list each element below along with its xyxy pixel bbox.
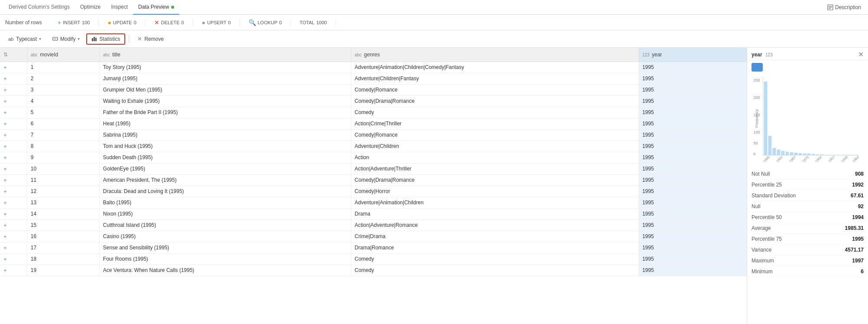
row-add-btn[interactable]: +	[0, 242, 27, 253]
typecast-chevron: ▾	[39, 36, 41, 41]
toolbar: abc Typecast ▾ Modify ▾ Statistics ✕ Rem…	[0, 30, 868, 48]
cell-title: Waiting to Exhale (1995)	[99, 95, 351, 107]
cell-title: Sense and Sensibility (1995)	[99, 242, 351, 253]
svg-text:1992: 1992	[775, 155, 784, 162]
delete-stat: ✕ DELETE 0	[146, 19, 193, 26]
nav-inspect[interactable]: Inspect	[106, 0, 133, 15]
cell-genres: Adventure|Animation|Children|Comedy|Fant…	[351, 62, 638, 73]
cell-year: 1995	[638, 163, 746, 174]
data-table: ⇅ abc movieId abc title abc genres	[0, 48, 747, 276]
svg-text:0: 0	[754, 152, 756, 156]
stats-metric-label: Maximum	[751, 258, 774, 264]
modify-icon	[52, 36, 58, 42]
row-add-btn[interactable]: +	[0, 118, 27, 129]
col-header-movieid[interactable]: abc movieId	[27, 48, 99, 62]
row-add-btn[interactable]: +	[0, 84, 27, 95]
row-add-btn[interactable]: +	[0, 95, 27, 107]
table-area: ⇅ abc movieId abc title abc genres	[0, 48, 747, 324]
cell-year: 1995	[638, 186, 746, 197]
cell-movieid: 11	[27, 174, 99, 186]
typecast-button[interactable]: abc Typecast ▾	[3, 34, 46, 44]
row-add-btn[interactable]: +	[0, 186, 27, 197]
svg-rect-37	[829, 155, 832, 155]
update-dot: ●	[107, 19, 111, 26]
cell-year: 1995	[638, 253, 746, 265]
stats-metric-row: Percentile 25 1992	[751, 180, 864, 190]
cell-movieid: 10	[27, 163, 99, 174]
cell-title: Nixon (1995)	[99, 208, 351, 219]
svg-rect-27	[786, 152, 789, 155]
cell-year: 1995	[638, 152, 746, 163]
cell-title: Dracula: Dead and Loving It (1995)	[99, 186, 351, 197]
row-add-btn[interactable]: +	[0, 231, 27, 242]
stats-metric-value: 1994	[852, 214, 864, 220]
description-button[interactable]: Description	[824, 4, 865, 10]
cell-title: Ace Ventura: When Nature Calls (1995)	[99, 265, 351, 276]
upsert-dot: ●	[202, 19, 205, 26]
col-header-sort[interactable]: ⇅	[0, 48, 27, 62]
stats-metric-label: Percentile 75	[751, 236, 782, 242]
table-scroll[interactable]: ⇅ abc movieId abc title abc genres	[0, 48, 747, 324]
stats-metric-value: 1997	[852, 258, 864, 264]
nav-optimize[interactable]: Optimize	[75, 0, 106, 15]
svg-rect-11	[756, 65, 758, 69]
col-header-title[interactable]: abc title	[99, 48, 351, 62]
cell-movieid: 17	[27, 242, 99, 253]
modify-button[interactable]: Modify ▾	[48, 34, 84, 44]
svg-rect-38	[833, 155, 837, 155]
row-add-btn[interactable]: +	[0, 219, 27, 231]
row-add-btn[interactable]: +	[0, 152, 27, 163]
svg-rect-12	[758, 65, 759, 69]
cell-year: 1995	[638, 208, 746, 219]
svg-rect-22	[764, 82, 768, 155]
row-add-btn[interactable]: +	[0, 208, 27, 219]
cell-genres: Drama	[351, 208, 638, 219]
cell-year: 1995	[638, 107, 746, 118]
table-row: + 19 Ace Ventura: When Nature Calls (199…	[0, 265, 747, 276]
cell-title: Heat (1995)	[99, 118, 351, 129]
stats-metric-value: 1992	[852, 182, 864, 188]
svg-rect-8	[94, 37, 95, 41]
remove-button[interactable]: ✕ Remove	[133, 33, 168, 44]
col-header-year[interactable]: 123 year	[638, 48, 746, 62]
nav-data-preview[interactable]: Data Preview	[133, 0, 179, 15]
svg-text:1957: 1957	[827, 155, 836, 162]
cell-genres: Action|Crime|Thriller	[351, 118, 638, 129]
stats-bar: Number of rows + INSERT 100 ● UPDATE 0 ✕…	[0, 15, 868, 30]
genres-type-badge: abc	[355, 52, 362, 57]
col-header-genres[interactable]: abc genres	[351, 48, 638, 62]
active-dot	[171, 6, 174, 9]
stats-close-button[interactable]: ✕	[858, 51, 864, 58]
stats-metric-value: 67.61	[851, 193, 864, 199]
table-row: + 4 Waiting to Exhale (1995) Comedy|Dram…	[0, 95, 747, 107]
cell-year: 1995	[638, 129, 746, 141]
nav-derived-column[interactable]: Derived Column's Settings	[3, 0, 75, 15]
table-row: + 15 Cutthroat Island (1995) Action|Adve…	[0, 219, 747, 231]
stats-metric-row: Null 92	[751, 201, 864, 212]
statistics-chart: 250 200 150 100 50 0 Frequency	[751, 75, 864, 162]
rows-label: Number of rows	[5, 20, 49, 26]
cell-title: Toy Story (1995)	[99, 62, 351, 73]
cell-year: 1995	[638, 197, 746, 208]
row-add-btn[interactable]: +	[0, 174, 27, 186]
cell-title: Sabrina (1995)	[99, 129, 351, 141]
statistics-button[interactable]: Statistics	[86, 33, 125, 45]
row-add-btn[interactable]: +	[0, 141, 27, 152]
row-add-btn[interactable]: +	[0, 73, 27, 84]
chart-tab-bar[interactable]	[751, 63, 763, 72]
stats-metric-value: 92	[858, 203, 864, 209]
cell-title: Four Rooms (1995)	[99, 253, 351, 265]
row-add-btn[interactable]: +	[0, 197, 27, 208]
stats-col-info: year 123	[751, 52, 773, 58]
row-add-btn[interactable]: +	[0, 265, 27, 276]
cell-title: Grumpier Old Men (1995)	[99, 84, 351, 95]
row-add-btn[interactable]: +	[0, 253, 27, 265]
row-add-btn[interactable]: +	[0, 107, 27, 118]
cell-movieid: 5	[27, 107, 99, 118]
cell-title: Sudden Death (1995)	[99, 152, 351, 163]
cell-movieid: 13	[27, 197, 99, 208]
row-add-btn[interactable]: +	[0, 129, 27, 141]
row-add-btn[interactable]: +	[0, 163, 27, 174]
row-add-btn[interactable]: +	[0, 62, 27, 73]
stats-metric-row: Percentile 75 1995	[751, 234, 864, 245]
